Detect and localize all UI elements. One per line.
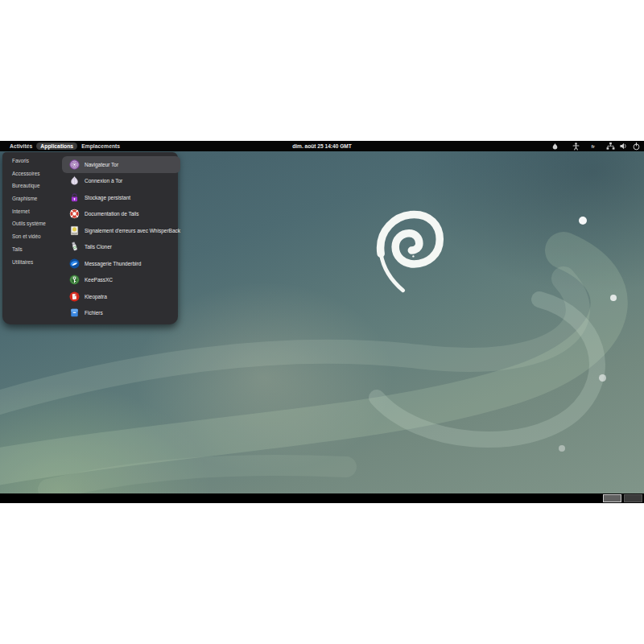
category-tails[interactable]: Tails	[12, 243, 62, 256]
activities-button[interactable]: Activités	[6, 142, 36, 150]
app-label: Fichiers	[85, 310, 103, 316]
tor-status-icon[interactable]	[551, 142, 559, 151]
bokeh-dot	[559, 445, 565, 452]
app-label: Signalement d'erreurs avec WhisperBack	[85, 228, 180, 233]
category-internet[interactable]: Internet	[12, 205, 62, 218]
applications-menu-button[interactable]: Applications	[36, 142, 77, 150]
app-item-connexion-a-tor[interactable]: Connexion à Tor	[62, 173, 180, 190]
category-accessoires[interactable]: Accessoires	[12, 167, 62, 180]
bokeh-dot	[599, 374, 606, 382]
workspace-switcher	[603, 494, 642, 502]
app-item-keepassxc[interactable]: KeePassXC	[62, 272, 180, 289]
app-item-thunderbird[interactable]: Messagerie Thunderbird	[62, 255, 180, 272]
tor-browser-icon	[69, 159, 80, 170]
app-label: Messagerie Thunderbird	[85, 261, 141, 266]
app-label: Navigateur Tor	[85, 162, 118, 167]
thunderbird-icon	[69, 258, 80, 269]
category-utilitaires[interactable]: Utilitaires	[12, 256, 62, 269]
tor-connection-icon	[69, 175, 80, 186]
app-item-navigateur-tor[interactable]: Navigateur Tor	[62, 156, 180, 173]
debian-swirl-logo	[381, 214, 440, 290]
bottom-panel	[0, 493, 644, 503]
accessibility-icon[interactable]	[572, 142, 580, 151]
clock[interactable]: dim. août 25 14:40 GMT	[292, 143, 352, 149]
keyboard-layout-indicator[interactable]: fr	[592, 143, 595, 149]
category-graphisme[interactable]: Graphisme	[12, 192, 62, 205]
app-list: Navigateur Tor Connexion à Tor Stockage …	[62, 152, 184, 324]
app-item-tails-cloner[interactable]: Tails Cloner	[62, 239, 180, 256]
power-icon[interactable]	[633, 142, 640, 151]
persistent-storage-icon	[69, 192, 80, 203]
category-outils-systeme[interactable]: Outils système	[12, 217, 62, 230]
volume-icon[interactable]	[620, 142, 628, 150]
category-son-et-video[interactable]: Son et vidéo	[12, 230, 62, 243]
keepassxc-icon	[69, 275, 80, 285]
app-item-whisperback[interactable]: Signalement d'erreurs avec WhisperBack	[62, 222, 180, 239]
whisperback-icon	[69, 225, 80, 236]
desktop-wallpaper: Favoris Accessoires Bureautique Graphism…	[0, 151, 644, 493]
bokeh-dot	[579, 217, 587, 225]
app-item-fichiers[interactable]: Fichiers	[62, 305, 180, 322]
category-list: Favoris Accessoires Bureautique Graphism…	[2, 152, 62, 324]
category-bureautique[interactable]: Bureautique	[12, 180, 62, 192]
app-item-documentation-de-tails[interactable]: Documentation de Tails	[62, 206, 180, 223]
network-wired-icon[interactable]	[606, 142, 615, 150]
gnome-top-bar: Activités Applications Emplacements dim.…	[0, 141, 644, 151]
applications-menu-popup: Favoris Accessoires Bureautique Graphism…	[2, 152, 178, 324]
workspace-1-button[interactable]	[603, 494, 621, 502]
app-item-kleopatra[interactable]: Kleopatra	[62, 288, 180, 305]
app-label: Connexion à Tor	[85, 178, 122, 184]
places-menu-button[interactable]: Emplacements	[77, 142, 124, 150]
tails-cloner-icon	[69, 242, 80, 252]
tails-desktop-screenshot: Activités Applications Emplacements dim.…	[0, 141, 644, 503]
tails-documentation-icon	[69, 208, 80, 219]
files-icon	[69, 308, 80, 318]
workspace-2-button[interactable]	[624, 494, 642, 502]
app-item-stockage-persistant[interactable]: Stockage persistant	[62, 189, 180, 206]
app-label: Kleopatra	[85, 294, 107, 299]
top-bar-left: Activités Applications Emplacements	[0, 142, 124, 150]
category-favoris[interactable]: Favoris	[12, 155, 62, 167]
app-label: Stockage persistant	[85, 195, 130, 200]
bokeh-dot	[610, 295, 617, 301]
app-label: Tails Cloner	[85, 244, 112, 250]
app-label: KeePassXC	[85, 277, 113, 283]
app-label: Documentation de Tails	[85, 211, 138, 217]
status-area: fr	[551, 141, 640, 151]
kleopatra-icon	[69, 291, 80, 302]
